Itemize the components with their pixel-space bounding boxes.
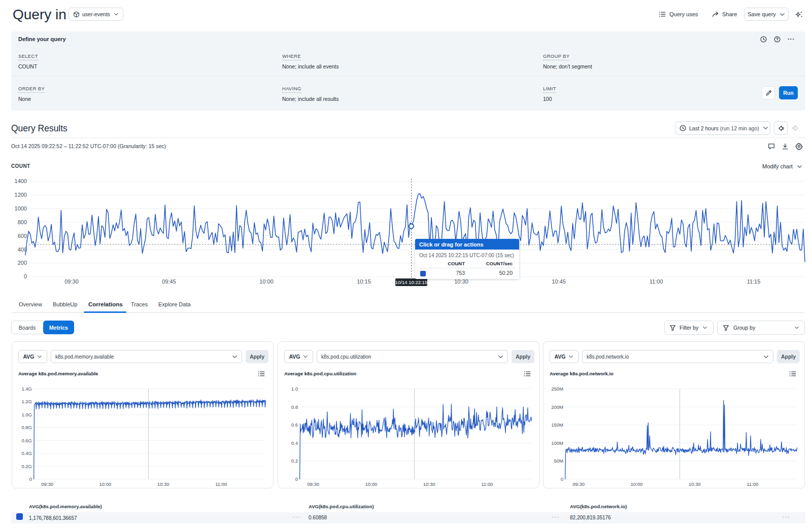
svg-text:0.6: 0.6: [291, 422, 298, 428]
svg-text:0: 0: [295, 476, 298, 482]
svg-text:0: 0: [29, 476, 32, 482]
svg-text:1400: 1400: [15, 178, 27, 184]
svg-text:09:45: 09:45: [162, 278, 176, 285]
svg-text:09:30: 09:30: [572, 481, 585, 487]
svg-text:100M: 100M: [551, 440, 563, 446]
svg-text:10:00: 10:00: [365, 481, 378, 487]
svg-text:1.4G: 1.4G: [21, 386, 32, 392]
svg-text:1.2G: 1.2G: [21, 399, 32, 404]
svg-text:11:00: 11:00: [650, 278, 663, 285]
svg-text:11:00: 11:00: [481, 481, 493, 487]
svg-text:11:00: 11:00: [747, 481, 758, 487]
svg-text:10:15: 10:15: [357, 278, 371, 285]
svg-text:10:00: 10:00: [259, 278, 274, 285]
svg-text:11:00: 11:00: [215, 481, 227, 487]
svg-text:600: 600: [18, 233, 27, 239]
svg-text:0: 0: [561, 476, 563, 482]
svg-text:250M: 250M: [551, 386, 563, 392]
svg-text:1.0G: 1.0G: [21, 412, 32, 417]
svg-text:0: 0: [24, 273, 27, 279]
svg-text:0.4G: 0.4G: [21, 450, 32, 456]
svg-text:0.4: 0.4: [291, 440, 298, 446]
svg-text:10:30: 10:30: [689, 481, 701, 487]
svg-text:10:00: 10:00: [99, 481, 112, 487]
svg-text:200M: 200M: [551, 404, 563, 410]
svg-text:09:30: 09:30: [41, 481, 53, 487]
svg-text:09:30: 09:30: [307, 481, 319, 487]
svg-text:11:15: 11:15: [747, 278, 761, 285]
svg-text:800: 800: [18, 219, 27, 225]
svg-text:0.6G: 0.6G: [21, 438, 32, 443]
svg-text:1000: 1000: [15, 205, 27, 212]
svg-text:200: 200: [18, 260, 27, 266]
svg-text:1200: 1200: [15, 192, 27, 198]
svg-text:50M: 50M: [554, 458, 564, 464]
svg-text:0.8G: 0.8G: [21, 425, 32, 430]
svg-text:0.2: 0.2: [291, 458, 298, 464]
svg-text:10:30: 10:30: [157, 481, 170, 487]
svg-text:0.8: 0.8: [291, 404, 298, 410]
svg-text:09:30: 09:30: [64, 278, 79, 285]
svg-text:1.0: 1.0: [291, 386, 298, 392]
svg-text:10:45: 10:45: [552, 278, 566, 285]
svg-text:10:30: 10:30: [423, 481, 435, 487]
svg-text:0.2G: 0.2G: [21, 464, 32, 469]
svg-text:10:30: 10:30: [454, 278, 468, 285]
svg-text:150M: 150M: [551, 422, 563, 428]
svg-text:10:00: 10:00: [631, 481, 643, 487]
